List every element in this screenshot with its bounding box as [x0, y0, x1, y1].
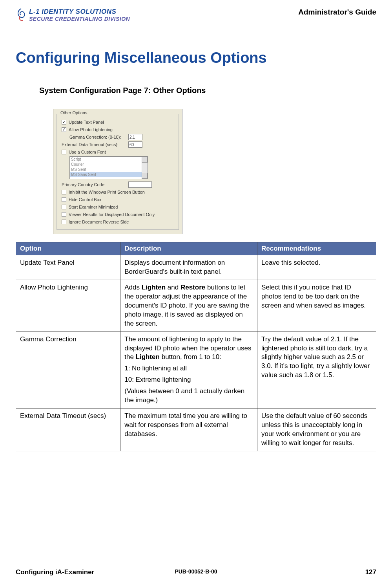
update-text-panel-label: Update Text Panel — [69, 120, 104, 125]
cell-recommendation: Try the default value of 2.1. If the lig… — [257, 332, 376, 408]
use-custom-font-checkbox[interactable] — [62, 150, 66, 154]
th-option: Option — [16, 242, 120, 255]
ignore-reverse-label: Ignore Document Reverse Side — [69, 220, 129, 224]
cell-recommendation: Leave this selected. — [257, 255, 376, 280]
gamma-input[interactable]: 2.1 — [128, 134, 142, 140]
footer-right: 127 — [365, 568, 376, 576]
table-row: External Data Timeout (secs)The maximum … — [16, 408, 376, 451]
allow-photo-lightening-checkbox[interactable] — [62, 127, 66, 132]
use-custom-font-label: Use a Custom Font — [69, 150, 106, 154]
update-text-panel-checkbox[interactable] — [62, 120, 66, 125]
cell-description: The maximum total time you are willing t… — [120, 408, 257, 451]
logo-line2: SECURE CREDENTIALING DIVISION — [29, 16, 130, 22]
page-title: Configuring Miscellaneous Options — [16, 49, 376, 66]
cell-option: Allow Photo Lightening — [16, 280, 120, 332]
viewer-results-checkbox[interactable] — [62, 212, 66, 217]
section-heading: System Configuration Page 7: Other Optio… — [39, 86, 376, 95]
logo-line1: L-1 IDENTITY SOLUTIONS — [29, 8, 130, 16]
primary-country-label: Primary Country Code: — [62, 182, 128, 187]
font-listbox[interactable]: Script Courier MS Serif MS Sans Serif — [69, 156, 148, 179]
footer-center: PUB-00052-B-00 — [175, 568, 217, 575]
font-item[interactable]: Courier — [70, 162, 148, 167]
font-item[interactable]: Script — [70, 157, 148, 162]
hide-control-box-checkbox[interactable] — [62, 197, 66, 202]
options-table: Option Description Recommendations Updat… — [16, 242, 376, 451]
cell-description: Adds Lighten and Restore buttons to let … — [120, 280, 257, 332]
ext-timeout-input[interactable]: 60 — [128, 141, 142, 148]
other-options-panel: Other Options Update Text Panel Allow Ph… — [53, 109, 182, 234]
hide-control-box-label: Hide Control Box — [69, 197, 101, 202]
scroll-down-icon[interactable] — [142, 173, 148, 179]
th-recommendations: Recommendations — [257, 242, 376, 255]
gamma-label: Gamma Correction: (0-10): — [69, 135, 128, 139]
inhibit-print-label: Inhibit the Windows Print Screen Button — [69, 190, 145, 194]
th-description: Description — [120, 242, 257, 255]
ext-timeout-label: External Data Timeout (secs): — [62, 142, 128, 147]
logo: L-1 IDENTITY SOLUTIONS SECURE CREDENTIAL… — [16, 8, 130, 22]
cell-option: Update Text Panel — [16, 255, 120, 280]
font-item-selected[interactable]: MS Sans Serif — [70, 172, 148, 177]
table-row: Update Text PanelDisplays document infor… — [16, 255, 376, 280]
start-minimized-label: Start Examiner Minimized — [69, 205, 118, 209]
primary-country-input[interactable] — [128, 181, 152, 188]
scroll-up-icon[interactable] — [142, 157, 148, 163]
cell-option: External Data Timeout (secs) — [16, 408, 120, 451]
viewer-results-label: Viewer Results for Displayed Document On… — [69, 212, 155, 217]
panel-legend: Other Options — [59, 110, 88, 115]
table-row: Gamma CorrectionThe amount of lightening… — [16, 332, 376, 408]
start-minimized-checkbox[interactable] — [62, 205, 66, 209]
cell-description: The amount of lightening to apply to the… — [120, 332, 257, 408]
allow-photo-lightening-label: Allow Photo Lightening — [69, 127, 113, 132]
page-footer: Configuring iA-Examiner PUB-00052-B-00 1… — [16, 568, 376, 576]
cell-recommendation: Use the default value of 60 seconds unle… — [257, 408, 376, 451]
footer-left: Configuring iA-Examiner — [16, 568, 94, 576]
logo-swirl-icon — [16, 8, 27, 22]
cell-description: Displays document information on BorderG… — [120, 255, 257, 280]
guide-title: Administrator's Guide — [298, 8, 376, 16]
table-row: Allow Photo LighteningAdds Lighten and R… — [16, 280, 376, 332]
ignore-reverse-checkbox[interactable] — [62, 220, 66, 224]
cell-recommendation: Select this if you notice that ID photos… — [257, 280, 376, 332]
font-item[interactable]: MS Serif — [70, 167, 148, 172]
cell-option: Gamma Correction — [16, 332, 120, 408]
inhibit-print-checkbox[interactable] — [62, 190, 66, 194]
